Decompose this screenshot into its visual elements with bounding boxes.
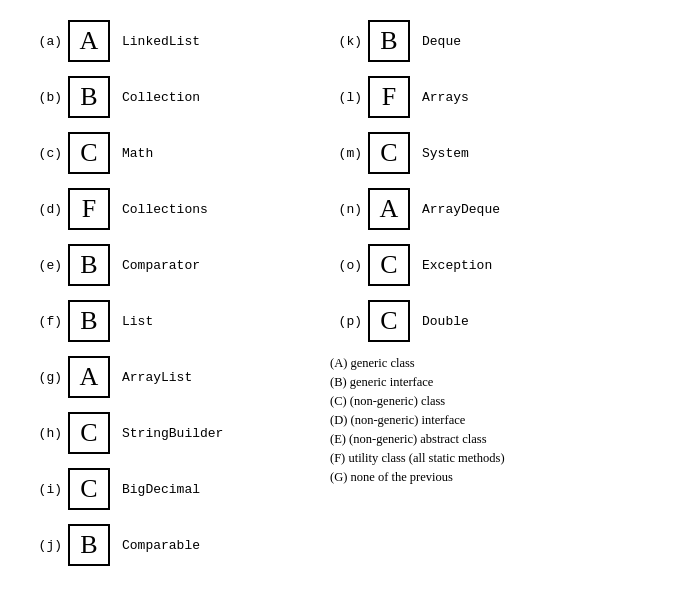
answer-item: (f) B List bbox=[30, 300, 330, 342]
answer-item: (a) A LinkedList bbox=[30, 20, 330, 62]
item-label: (f) bbox=[30, 314, 62, 329]
letter-box: A bbox=[68, 356, 110, 398]
legend-item: (C) (non-generic) class bbox=[330, 394, 654, 409]
answer-item: (k) B Deque bbox=[330, 20, 654, 62]
letter-box: C bbox=[68, 412, 110, 454]
answer-item: (l) F Arrays bbox=[330, 76, 654, 118]
answer-item: (b) B Collection bbox=[30, 76, 330, 118]
item-label: (j) bbox=[30, 538, 62, 553]
answer-item: (m) C System bbox=[330, 132, 654, 174]
item-text: Arrays bbox=[422, 90, 469, 105]
item-text: Math bbox=[122, 146, 153, 161]
answer-item: (p) C Double bbox=[330, 300, 654, 342]
item-text: Deque bbox=[422, 34, 461, 49]
item-label: (h) bbox=[30, 426, 62, 441]
item-text: ArrayList bbox=[122, 370, 192, 385]
answer-item: (g) A ArrayList bbox=[30, 356, 330, 398]
letter-box: B bbox=[68, 76, 110, 118]
item-label: (d) bbox=[30, 202, 62, 217]
item-text: System bbox=[422, 146, 469, 161]
answer-item: (h) C StringBuilder bbox=[30, 412, 330, 454]
item-label: (i) bbox=[30, 482, 62, 497]
item-label: (b) bbox=[30, 90, 62, 105]
right-column: (k) B Deque (l) F Arrays (m) C System (n… bbox=[330, 20, 654, 580]
answer-item: (c) C Math bbox=[30, 132, 330, 174]
item-label: (e) bbox=[30, 258, 62, 273]
letter-box: C bbox=[368, 300, 410, 342]
legend-item: (D) (non-generic) interface bbox=[330, 413, 654, 428]
letter-box: C bbox=[68, 132, 110, 174]
legend-item: (G) none of the previous bbox=[330, 470, 654, 485]
letter-box: C bbox=[368, 132, 410, 174]
item-text: Collection bbox=[122, 90, 200, 105]
main-layout: (a) A LinkedList (b) B Collection (c) C … bbox=[30, 20, 654, 580]
letter-box: B bbox=[68, 244, 110, 286]
item-text: ArrayDeque bbox=[422, 202, 500, 217]
letter-box: A bbox=[368, 188, 410, 230]
answer-item: (d) F Collections bbox=[30, 188, 330, 230]
left-column: (a) A LinkedList (b) B Collection (c) C … bbox=[30, 20, 330, 580]
answer-item: (i) C BigDecimal bbox=[30, 468, 330, 510]
letter-box: B bbox=[68, 300, 110, 342]
item-text: Comparator bbox=[122, 258, 200, 273]
letter-box: B bbox=[368, 20, 410, 62]
item-label: (n) bbox=[330, 202, 362, 217]
item-label: (l) bbox=[330, 90, 362, 105]
answer-item: (e) B Comparator bbox=[30, 244, 330, 286]
item-label: (a) bbox=[30, 34, 62, 49]
item-text: Double bbox=[422, 314, 469, 329]
item-label: (g) bbox=[30, 370, 62, 385]
item-text: Exception bbox=[422, 258, 492, 273]
letter-box: B bbox=[68, 524, 110, 566]
item-label: (m) bbox=[330, 146, 362, 161]
answer-item: (n) A ArrayDeque bbox=[330, 188, 654, 230]
item-label: (c) bbox=[30, 146, 62, 161]
legend-item: (F) utility class (all static methods) bbox=[330, 451, 654, 466]
letter-box: C bbox=[68, 468, 110, 510]
item-text: StringBuilder bbox=[122, 426, 223, 441]
item-text: BigDecimal bbox=[122, 482, 200, 497]
legend-item: (B) generic interface bbox=[330, 375, 654, 390]
letter-box: C bbox=[368, 244, 410, 286]
legend-section: (A) generic class(B) generic interface(C… bbox=[330, 356, 654, 485]
letter-box: F bbox=[368, 76, 410, 118]
legend-item: (E) (non-generic) abstract class bbox=[330, 432, 654, 447]
legend-item: (A) generic class bbox=[330, 356, 654, 371]
item-text: Collections bbox=[122, 202, 208, 217]
answer-item: (o) C Exception bbox=[330, 244, 654, 286]
answer-item: (j) B Comparable bbox=[30, 524, 330, 566]
item-text: Comparable bbox=[122, 538, 200, 553]
letter-box: F bbox=[68, 188, 110, 230]
item-text: LinkedList bbox=[122, 34, 200, 49]
letter-box: A bbox=[68, 20, 110, 62]
item-text: List bbox=[122, 314, 153, 329]
item-label: (p) bbox=[330, 314, 362, 329]
item-label: (o) bbox=[330, 258, 362, 273]
item-label: (k) bbox=[330, 34, 362, 49]
